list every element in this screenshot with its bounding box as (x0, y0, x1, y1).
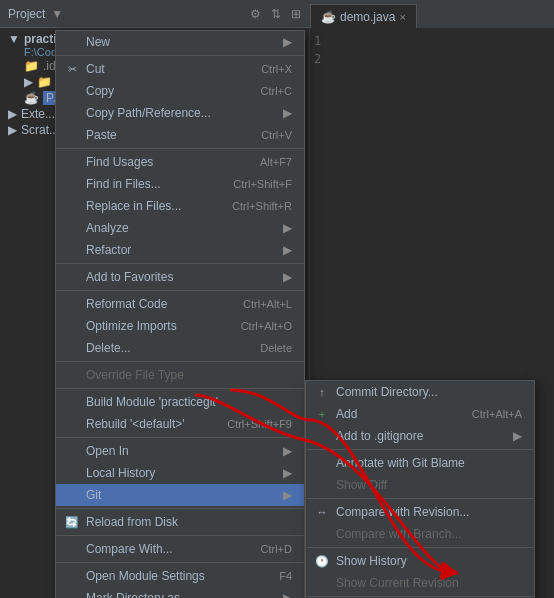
separator-4 (56, 290, 304, 291)
git-sep-3 (306, 547, 534, 548)
menu-item-cut[interactable]: ✂ Cut Ctrl+X (56, 58, 304, 80)
src-folder: 📁 (37, 75, 52, 89)
tree-expand-icon[interactable]: ▼ (8, 32, 20, 46)
git-add-gitignore[interactable]: Add to .gitignore ▶ (306, 425, 534, 447)
menu-item-paste[interactable]: Paste Ctrl+V (56, 124, 304, 146)
git-sep-4 (306, 596, 534, 597)
git-compare-revision[interactable]: ↔ Compare with Revision... (306, 501, 534, 523)
panel-header: Project ▼ ⚙ ⇅ ⊞ (0, 0, 309, 28)
git-show-current: Show Current Revision (306, 572, 534, 594)
gear-icon[interactable]: ⚙ (250, 7, 261, 21)
separator-6 (56, 388, 304, 389)
menu-item-local-history[interactable]: Local History ▶ (56, 462, 304, 484)
menu-item-copy[interactable]: Copy Ctrl+C (56, 80, 304, 102)
menu-item-replace[interactable]: Replace in Files... Ctrl+Shift+R (56, 195, 304, 217)
line-numbers: 1 2 (314, 32, 550, 68)
copy-icon (64, 83, 80, 99)
build-icon (64, 394, 80, 410)
delete-icon (64, 340, 80, 356)
java-file-icon: ☕ (321, 10, 336, 24)
history-icon: 🕐 (314, 553, 330, 569)
menu-item-rebuild[interactable]: Rebuild '<default>' Ctrl+Shift+F9 (56, 413, 304, 435)
copy-path-icon (64, 105, 80, 121)
git-show-history[interactable]: 🕐 Show History (306, 550, 534, 572)
menu-item-compare[interactable]: Compare With... Ctrl+D (56, 538, 304, 560)
separator-2 (56, 148, 304, 149)
show-diff-icon (314, 477, 330, 493)
commit-icon: ↑ (314, 384, 330, 400)
separator-7 (56, 437, 304, 438)
replace-icon (64, 198, 80, 214)
analyze-icon (64, 220, 80, 236)
rebuild-icon (64, 416, 80, 432)
panel-dropdown-icon[interactable]: ▼ (51, 7, 63, 21)
module-settings-icon (64, 568, 80, 584)
tab-label: demo.java (340, 10, 395, 24)
separator-1 (56, 55, 304, 56)
menu-item-refactor[interactable]: Refactor ▶ (56, 239, 304, 261)
tab-close-button[interactable]: × (399, 11, 405, 23)
reload-icon: 🔄 (64, 514, 80, 530)
mark-dir-icon (64, 590, 80, 598)
git-show-diff: Show Diff (306, 474, 534, 496)
menu-item-copy-path[interactable]: Copy Path/Reference... ▶ (56, 102, 304, 124)
scratches: Scrat... (21, 123, 59, 137)
menu-item-analyze[interactable]: Analyze ▶ (56, 217, 304, 239)
find-files-icon (64, 176, 80, 192)
git-annotate[interactable]: Annotate with Git Blame (306, 452, 534, 474)
menu-item-optimize[interactable]: Optimize Imports Ctrl+Alt+O (56, 315, 304, 337)
reformat-icon (64, 296, 80, 312)
separator-10 (56, 562, 304, 563)
git-compare-branch: Compare with Branch... (306, 523, 534, 545)
menu-item-git[interactable]: Git ▶ (56, 484, 304, 506)
menu-item-add-favorites[interactable]: Add to Favorites ▶ (56, 266, 304, 288)
git-add-icon: + (314, 406, 330, 422)
menu-item-mark-dir[interactable]: Mark Directory as ▶ (56, 587, 304, 598)
git-add[interactable]: + Add Ctrl+Alt+A (306, 403, 534, 425)
paste-icon (64, 127, 80, 143)
git-commit-dir[interactable]: ↑ Commit Directory... (306, 381, 534, 403)
menu-item-new[interactable]: New ▶ (56, 31, 304, 53)
separator-8 (56, 508, 304, 509)
external-libs: Exte... (21, 107, 55, 121)
menu-item-reformat[interactable]: Reformat Code Ctrl+Alt+L (56, 293, 304, 315)
git-submenu: ↑ Commit Directory... + Add Ctrl+Alt+A A… (305, 380, 535, 598)
current-revision-icon (314, 575, 330, 591)
refactor-icon (64, 242, 80, 258)
sort-icon[interactable]: ⇅ (271, 7, 281, 21)
git-icon (64, 487, 80, 503)
separator-3 (56, 263, 304, 264)
open-in-icon (64, 443, 80, 459)
tab-bar: ☕ demo.java × (310, 0, 554, 28)
compare-revision-icon: ↔ (314, 504, 330, 520)
optimize-icon (64, 318, 80, 334)
expand-icon[interactable]: ⊞ (291, 7, 301, 21)
menu-item-find-usages[interactable]: Find Usages Alt+F7 (56, 151, 304, 173)
compare-branch-icon (314, 526, 330, 542)
menu-item-delete[interactable]: Delete... Delete (56, 337, 304, 359)
main-context-menu: New ▶ ✂ Cut Ctrl+X Copy Ctrl+C Copy Path… (55, 30, 305, 598)
menu-item-reload[interactable]: 🔄 Reload from Disk (56, 511, 304, 533)
git-sep-2 (306, 498, 534, 499)
favorites-icon (64, 269, 80, 285)
gitignore-icon (314, 428, 330, 444)
menu-item-override-file-type: Override File Type (56, 364, 304, 386)
compare-icon (64, 541, 80, 557)
find-usages-icon (64, 154, 80, 170)
menu-item-open-module-settings[interactable]: Open Module Settings F4 (56, 565, 304, 587)
menu-item-build-module[interactable]: Build Module 'practicegit' (56, 391, 304, 413)
folder-icon: 📁 (24, 59, 39, 73)
separator-5 (56, 361, 304, 362)
separator-9 (56, 535, 304, 536)
panel-title: Project (8, 7, 45, 21)
git-sep-1 (306, 449, 534, 450)
menu-item-open-in[interactable]: Open In ▶ (56, 440, 304, 462)
demo-java-tab[interactable]: ☕ demo.java × (310, 4, 417, 28)
cut-icon: ✂ (64, 61, 80, 77)
file-icon: ☕ (24, 91, 39, 105)
new-icon (64, 34, 80, 50)
override-icon (64, 367, 80, 383)
annotate-icon (314, 455, 330, 471)
menu-item-find-files[interactable]: Find in Files... Ctrl+Shift+F (56, 173, 304, 195)
local-history-icon (64, 465, 80, 481)
